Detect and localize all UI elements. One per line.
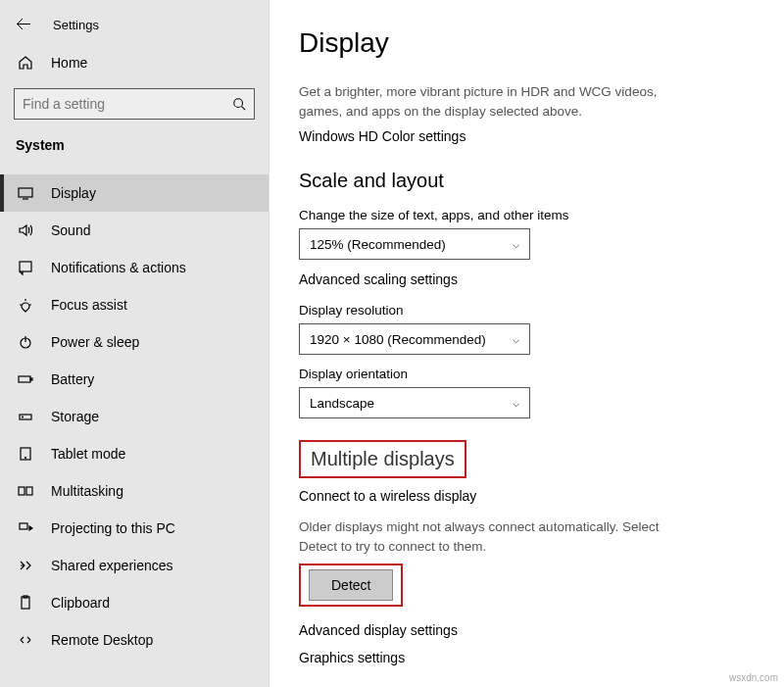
sidebar-item-display[interactable]: Display bbox=[0, 174, 269, 212]
window-header: 🡠 Settings bbox=[0, 10, 269, 45]
shared-icon bbox=[18, 558, 33, 573]
focus-assist-icon bbox=[18, 297, 33, 313]
chevron-down-icon: ⌵ bbox=[513, 237, 519, 251]
sidebar-item-label: Focus assist bbox=[51, 297, 127, 313]
sidebar-item-label: Clipboard bbox=[51, 595, 110, 611]
sidebar-item-label: Power & sleep bbox=[51, 334, 139, 350]
sidebar-item-label: Storage bbox=[51, 409, 99, 424]
scale-heading: Scale and layout bbox=[299, 170, 755, 192]
svg-line-1 bbox=[242, 107, 246, 111]
sidebar-item-battery[interactable]: Battery bbox=[0, 361, 269, 398]
svg-rect-16 bbox=[22, 597, 29, 609]
sidebar-item-label: Battery bbox=[51, 371, 94, 387]
highlight-detect: Detect bbox=[299, 564, 403, 607]
clipboard-icon bbox=[18, 595, 33, 611]
sidebar-item-label: Shared experiences bbox=[51, 558, 173, 573]
sidebar-item-sound[interactable]: Sound bbox=[0, 212, 269, 249]
svg-point-10 bbox=[23, 417, 24, 417]
svg-rect-4 bbox=[20, 262, 31, 271]
search-icon bbox=[232, 97, 246, 111]
svg-rect-15 bbox=[20, 523, 27, 529]
power-icon bbox=[18, 334, 33, 350]
scale-select[interactable]: 125% (Recommended) ⌵ bbox=[299, 228, 530, 260]
multiple-displays-heading: Multiple displays bbox=[311, 448, 455, 470]
storage-icon bbox=[18, 409, 33, 424]
notifications-icon bbox=[18, 260, 33, 275]
sidebar-item-projecting[interactable]: Projecting to this PC bbox=[0, 510, 269, 547]
svg-rect-9 bbox=[20, 415, 31, 419]
resolution-value: 1920 × 1080 (Recommended) bbox=[310, 332, 486, 347]
svg-rect-7 bbox=[19, 376, 30, 382]
sidebar-item-label: Display bbox=[51, 185, 96, 201]
orientation-label: Display orientation bbox=[299, 367, 755, 381]
sidebar-item-label: Remote Desktop bbox=[51, 632, 153, 648]
back-button[interactable]: 🡠 bbox=[16, 16, 31, 33]
detect-button[interactable]: Detect bbox=[309, 569, 393, 601]
chevron-down-icon: ⌵ bbox=[513, 396, 519, 410]
sidebar-item-tablet-mode[interactable]: Tablet mode bbox=[0, 435, 269, 472]
sidebar-item-notifications[interactable]: Notifications & actions bbox=[0, 249, 269, 286]
wireless-display-link[interactable]: Connect to a wireless display bbox=[299, 488, 755, 504]
tablet-icon bbox=[18, 446, 33, 462]
display-icon bbox=[18, 185, 33, 201]
window-title: Settings bbox=[53, 18, 99, 32]
sidebar: 🡠 Settings Home System Display Sound Not… bbox=[0, 0, 270, 687]
sidebar-item-shared[interactable]: Shared experiences bbox=[0, 547, 269, 584]
chevron-down-icon: ⌵ bbox=[513, 332, 519, 346]
svg-point-12 bbox=[25, 458, 26, 459]
sidebar-item-label: Sound bbox=[51, 222, 90, 238]
orientation-value: Landscape bbox=[310, 396, 374, 411]
sidebar-item-focus-assist[interactable]: Focus assist bbox=[0, 286, 269, 323]
sidebar-item-power[interactable]: Power & sleep bbox=[0, 323, 269, 361]
advanced-scaling-link[interactable]: Advanced scaling settings bbox=[299, 271, 755, 287]
page-title: Display bbox=[299, 27, 755, 59]
remote-desktop-icon bbox=[18, 632, 33, 648]
orientation-select[interactable]: Landscape ⌵ bbox=[299, 387, 530, 418]
category-label: System bbox=[0, 133, 269, 163]
sidebar-item-clipboard[interactable]: Clipboard bbox=[0, 584, 269, 621]
sidebar-item-label: Tablet mode bbox=[51, 446, 125, 462]
projecting-icon bbox=[18, 520, 33, 536]
battery-icon bbox=[18, 371, 33, 387]
advanced-display-link[interactable]: Advanced display settings bbox=[299, 622, 755, 638]
resolution-label: Display resolution bbox=[299, 303, 755, 318]
svg-rect-2 bbox=[19, 188, 32, 197]
sidebar-item-label: Notifications & actions bbox=[51, 260, 186, 275]
scale-label: Change the size of text, apps, and other… bbox=[299, 208, 755, 222]
older-displays-description: Older displays might not always connect … bbox=[299, 517, 691, 556]
svg-point-0 bbox=[234, 99, 243, 108]
sidebar-item-label: Multitasking bbox=[51, 483, 123, 499]
sidebar-item-multitasking[interactable]: Multitasking bbox=[0, 472, 269, 510]
svg-rect-8 bbox=[30, 378, 32, 380]
resolution-select[interactable]: 1920 × 1080 (Recommended) ⌵ bbox=[299, 323, 530, 355]
sidebar-item-label: Projecting to this PC bbox=[51, 520, 175, 536]
search-input[interactable] bbox=[23, 96, 232, 112]
multitasking-icon bbox=[18, 483, 33, 499]
watermark: wsxdn.com bbox=[729, 672, 778, 683]
home-label: Home bbox=[51, 55, 87, 71]
sidebar-item-remote-desktop[interactable]: Remote Desktop bbox=[0, 621, 269, 659]
home-icon bbox=[18, 55, 33, 71]
scale-value: 125% (Recommended) bbox=[310, 237, 446, 252]
search-box[interactable] bbox=[14, 88, 255, 120]
sidebar-item-storage[interactable]: Storage bbox=[0, 398, 269, 435]
hdr-settings-link[interactable]: Windows HD Color settings bbox=[299, 128, 755, 144]
highlight-multiple-displays: Multiple displays bbox=[299, 440, 466, 478]
main-content: Display Get a brighter, more vibrant pic… bbox=[270, 0, 784, 687]
nav-list: Display Sound Notifications & actions Fo… bbox=[0, 174, 269, 659]
sidebar-item-home[interactable]: Home bbox=[0, 45, 269, 80]
sound-icon bbox=[18, 222, 33, 238]
graphics-settings-link[interactable]: Graphics settings bbox=[299, 650, 755, 665]
hdr-description: Get a brighter, more vibrant picture in … bbox=[299, 82, 681, 121]
svg-rect-14 bbox=[26, 487, 32, 495]
svg-rect-13 bbox=[19, 487, 24, 495]
